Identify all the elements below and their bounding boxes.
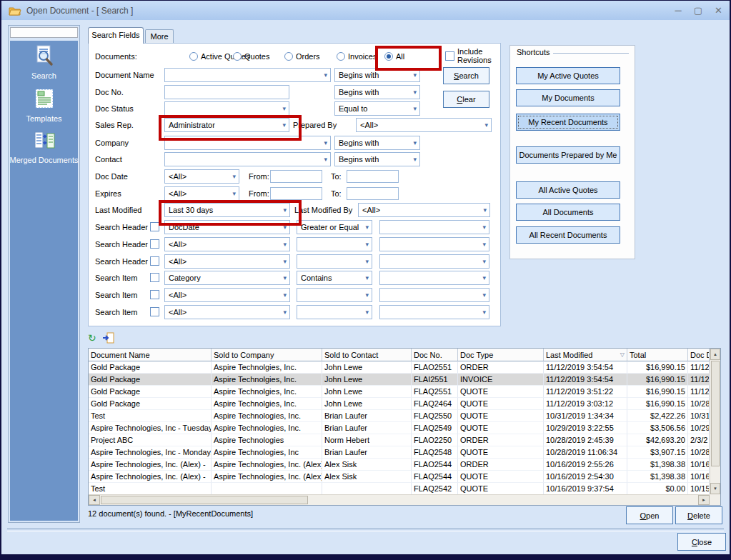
- column-header-sold-to-contact[interactable]: Sold to Contact: [322, 349, 412, 361]
- sales-rep-combo[interactable]: Administrator ▾: [164, 118, 289, 132]
- table-row[interactable]: Aspire Technologies, Inc - Monday, Aspir…: [89, 446, 710, 459]
- contact-combo[interactable]: ▾: [164, 152, 331, 166]
- sidebar-item-search[interactable]: Search: [9, 44, 79, 80]
- expires-to-input[interactable]: [347, 187, 399, 200]
- search-header-field-combo[interactable]: DocDate ▾: [164, 220, 290, 234]
- scroll-down-icon[interactable]: ▼: [710, 483, 720, 494]
- radio-invoices[interactable]: Invoices: [337, 51, 377, 61]
- sidebar-header-box: [10, 27, 78, 38]
- table-row[interactable]: Aspire Technologies, Inc. (Alex) - Aspir…: [89, 459, 710, 471]
- contact-operator-combo[interactable]: Begins with ▾: [334, 152, 420, 166]
- doc-status-operator-combo[interactable]: Equal to ▾: [334, 101, 420, 116]
- search-item-value-combo[interactable]: ▾: [379, 305, 489, 319]
- table-row[interactable]: Gold Package Aspire Technolgies, Inc. Jo…: [89, 374, 710, 386]
- table-row[interactable]: Gold Package Aspire Technolgies, Inc. Jo…: [89, 361, 710, 374]
- search-header-value-combo[interactable]: ▾: [379, 237, 489, 251]
- sidebar-item-templates[interactable]: Templates: [9, 87, 79, 123]
- search-item-field-combo[interactable]: <All> ▾: [164, 305, 290, 319]
- search-item-checkbox[interactable]: [150, 307, 159, 316]
- expires-combo[interactable]: <All> ▾: [164, 186, 239, 201]
- import-document-icon[interactable]: [102, 332, 114, 344]
- shortcut-all-recent-documents[interactable]: All Recent Documents: [516, 226, 620, 244]
- include-revisions-checkbox[interactable]: Include Revisions: [445, 51, 500, 61]
- search-header-value-combo[interactable]: ▾: [379, 220, 489, 234]
- shortcut-all-active-quotes[interactable]: All Active Quotes: [516, 181, 620, 199]
- vertical-scroll-thumb[interactable]: [711, 361, 720, 466]
- expires-from-input[interactable]: [270, 187, 322, 200]
- close-window-button[interactable]: ✕: [715, 6, 722, 15]
- refresh-icon[interactable]: ↻: [88, 333, 96, 343]
- document-name-combo[interactable]: ▾: [164, 68, 331, 82]
- search-item-checkbox[interactable]: [150, 290, 159, 299]
- doc-no-operator-combo[interactable]: Begins with ▾: [334, 85, 420, 99]
- scroll-up-icon[interactable]: ▲: [710, 349, 720, 360]
- search-header-field-combo[interactable]: <All> ▾: [164, 237, 290, 251]
- search-header-operator-combo[interactable]: ▾: [297, 254, 372, 269]
- vertical-scrollbar[interactable]: ▲ ▼: [710, 349, 720, 494]
- sidebar-item-merged-documents[interactable]: Merged Documents: [9, 130, 79, 164]
- delete-button[interactable]: Delete: [675, 506, 722, 524]
- table-row[interactable]: Aspire Technologies, Inc. (Alex) - Aspir…: [89, 471, 710, 483]
- cell-total: $3,907.15: [627, 446, 688, 459]
- column-header-doc-date[interactable]: Doc Date: [688, 349, 710, 361]
- search-item-operator-combo[interactable]: ▾: [297, 288, 372, 302]
- column-header-doc-no[interactable]: Doc No.: [412, 349, 458, 361]
- scroll-right-icon[interactable]: ►: [698, 495, 710, 505]
- horizontal-scrollbar[interactable]: ◄ ►: [89, 494, 710, 505]
- doc-date-to-input[interactable]: [347, 170, 399, 183]
- horizontal-scroll-thumb[interactable]: [101, 496, 308, 504]
- minimize-button[interactable]: ─: [675, 6, 682, 15]
- column-header-document-name[interactable]: Document Name: [89, 349, 212, 361]
- close-button[interactable]: Close: [677, 533, 726, 551]
- clear-button[interactable]: Clear: [443, 91, 489, 108]
- maximize-button[interactable]: ▢: [694, 6, 702, 15]
- search-item-operator-combo[interactable]: Contains ▾: [297, 271, 372, 285]
- search-item-value-combo[interactable]: ▾: [379, 288, 489, 302]
- search-item-checkbox[interactable]: [150, 273, 159, 282]
- radio-orders[interactable]: Orders: [284, 51, 320, 61]
- search-item-field-combo[interactable]: Category ▾: [164, 271, 290, 285]
- column-header-total[interactable]: Total: [627, 349, 688, 361]
- column-header-last-modified[interactable]: Last Modified▽: [544, 349, 627, 361]
- company-operator-combo[interactable]: Begins with ▾: [334, 136, 420, 150]
- last-modified-by-combo[interactable]: <All> ▾: [358, 203, 490, 217]
- scroll-left-icon[interactable]: ◄: [89, 495, 100, 505]
- search-header-field-combo[interactable]: <All> ▾: [164, 254, 290, 269]
- last-modified-combo[interactable]: Last 30 days ▾: [164, 203, 290, 217]
- search-header-value-combo[interactable]: ▾: [379, 254, 489, 269]
- column-header-sold-to-company[interactable]: Sold to Company: [212, 349, 322, 361]
- search-header-operator-combo[interactable]: ▾: [297, 237, 372, 251]
- doc-date-combo[interactable]: <All> ▾: [164, 169, 239, 184]
- shortcut-my-active-quotes[interactable]: My Active Quotes: [516, 67, 620, 84]
- search-header-checkbox[interactable]: [150, 256, 159, 266]
- search-item-value-combo[interactable]: ▾: [379, 271, 489, 285]
- tab-search-fields[interactable]: Search Fields: [88, 27, 144, 44]
- prepared-by-combo[interactable]: <All> ▾: [356, 118, 492, 132]
- document-name-operator-combo[interactable]: Begins with ▾: [334, 68, 420, 82]
- shortcut-my-documents[interactable]: My Documents: [516, 89, 620, 106]
- table-row[interactable]: Test FLAQ2542 QUOTE 10/16/2019 9:37:54 $…: [89, 483, 710, 495]
- shortcut-all-documents[interactable]: All Documents: [516, 204, 620, 221]
- table-row[interactable]: Aspire Technologies, Inc - Tuesday, Aspi…: [89, 422, 710, 434]
- shortcut-documents-prepared-by-me[interactable]: Documents Prepared by Me: [516, 146, 620, 164]
- tab-more[interactable]: More: [145, 29, 174, 44]
- search-button[interactable]: Search: [443, 67, 489, 84]
- doc-date-from-input[interactable]: [270, 170, 322, 183]
- radio-quotes[interactable]: Quotes: [233, 51, 269, 61]
- table-row[interactable]: Gold Package Aspire Technolgies, Inc. Jo…: [89, 386, 710, 398]
- shortcut-my-recent-documents[interactable]: My Recent Documents: [516, 114, 620, 131]
- open-button[interactable]: Open: [626, 506, 673, 524]
- table-row[interactable]: Project ABC Aspire Technologies Norm Heb…: [89, 434, 710, 446]
- search-header-checkbox[interactable]: [150, 222, 159, 231]
- search-item-field-combo[interactable]: <All> ▾: [164, 288, 290, 302]
- search-header-operator-combo[interactable]: Greater or Equal ▾: [297, 220, 372, 234]
- search-item-operator-combo[interactable]: ▾: [297, 305, 372, 319]
- company-combo[interactable]: ▾: [164, 136, 331, 150]
- radio-all[interactable]: All: [384, 51, 404, 61]
- doc-no-input[interactable]: [164, 85, 289, 99]
- column-header-doc-type[interactable]: Doc Type: [458, 349, 544, 361]
- table-row[interactable]: Test Aspire Technologies, Inc. Brian Lau…: [89, 410, 710, 422]
- doc-status-combo[interactable]: ▾: [164, 101, 289, 116]
- table-row[interactable]: Gold Package Aspire Technolgies, Inc. Jo…: [89, 398, 710, 410]
- search-header-checkbox[interactable]: [150, 239, 159, 249]
